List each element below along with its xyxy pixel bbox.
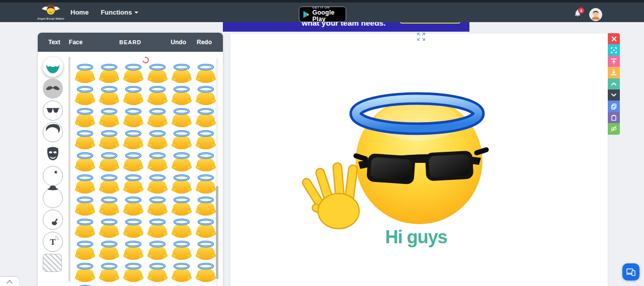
angel-emoji-sticker[interactable] [97, 261, 121, 283]
angel-emoji-sticker[interactable] [97, 128, 121, 150]
angel-emoji-thumbnail-icon [73, 240, 97, 261]
angel-emoji-sticker[interactable] [170, 195, 194, 217]
ad-banner[interactable]: what your team needs. [223, 22, 469, 32]
angel-emoji-sticker[interactable] [170, 84, 194, 106]
center-element-button[interactable] [608, 44, 620, 55]
angel-emoji-sticker[interactable] [145, 62, 170, 84]
angel-emoji-sticker[interactable] [73, 150, 97, 172]
angel-emoji-sticker[interactable] [194, 128, 218, 150]
angel-emoji-sticker[interactable] [121, 84, 145, 106]
angel-emoji-sticker[interactable] [73, 172, 97, 195]
angel-emoji-sticker[interactable] [170, 261, 194, 283]
angel-emoji-sticker[interactable] [121, 239, 145, 261]
category-mask[interactable] [43, 144, 63, 164]
angel-emoji-sticker[interactable] [97, 106, 121, 128]
angel-emoji-sticker[interactable] [145, 172, 170, 195]
angel-emoji-sticker[interactable] [194, 217, 218, 239]
angel-emoji-sticker[interactable] [194, 106, 218, 128]
angel-emoji-sticker[interactable] [73, 128, 97, 150]
angel-emoji-sticker[interactable] [121, 150, 145, 172]
align-top-button[interactable] [608, 56, 620, 67]
google-play-badge[interactable]: GET IT ON Google Play [299, 7, 346, 22]
angel-emoji-sticker[interactable] [97, 195, 121, 217]
angel-emoji-sticker[interactable] [121, 106, 145, 128]
category-text[interactable]: T [43, 232, 63, 252]
ad-banner-button[interactable] [400, 22, 460, 24]
angel-emoji-sticker[interactable] [170, 217, 194, 239]
tab-text[interactable]: Text [48, 39, 60, 46]
angel-emoji-sticker[interactable] [194, 150, 218, 172]
grid-scrollbar-thumb[interactable] [216, 186, 218, 279]
angel-emoji-sticker[interactable] [121, 217, 145, 239]
angel-emoji-sticker[interactable] [194, 261, 218, 283]
angel-emoji-sticker[interactable] [145, 128, 170, 150]
layer-down-button[interactable] [608, 89, 620, 101]
user-avatar[interactable] [589, 8, 602, 21]
angel-emoji-sticker[interactable] [97, 150, 121, 172]
category-beard[interactable] [43, 57, 63, 77]
angel-emoji-sticker[interactable] [121, 195, 145, 217]
angel-emoji-sticker[interactable] [121, 172, 145, 195]
undo-button[interactable]: Undo [171, 39, 186, 46]
angel-emoji-sticker[interactable] [97, 217, 121, 239]
angel-emoji-sticker[interactable] [145, 261, 170, 283]
redo-button[interactable]: Redo [197, 39, 212, 46]
sidebar-scrollbar[interactable] [68, 57, 70, 282]
category-hat[interactable] [43, 188, 63, 208]
angel-emoji-sticker[interactable] [73, 106, 97, 128]
angel-emoji-sticker[interactable] [145, 195, 170, 217]
layer-up-button[interactable] [608, 78, 620, 89]
angel-emoji-sticker[interactable] [73, 62, 97, 84]
angel-emoji-sticker[interactable] [194, 62, 218, 84]
angel-emoji-sticker[interactable] [97, 84, 121, 106]
canvas-caption-text[interactable]: Hi guys [385, 227, 447, 247]
device-preview-button[interactable] [622, 263, 639, 280]
angel-emoji-sticker[interactable] [145, 84, 170, 106]
angel-emoji-sticker[interactable] [194, 84, 218, 106]
tab-face[interactable]: Face [69, 39, 83, 46]
angel-emoji-sticker[interactable] [121, 128, 145, 150]
angel-emoji-sticker[interactable] [194, 172, 218, 195]
angel-emoji-sticker[interactable] [73, 84, 97, 106]
angel-emoji-sticker[interactable] [194, 239, 218, 261]
angel-emoji-sticker[interactable] [73, 239, 97, 261]
category-hand[interactable] [43, 210, 63, 230]
paste-element-button[interactable] [608, 112, 620, 123]
angel-emoji-sticker[interactable] [121, 62, 145, 84]
angel-emoji-sticker[interactable] [194, 195, 218, 217]
hide-element-button[interactable] [608, 123, 620, 134]
category-hair[interactable] [43, 122, 63, 142]
nav-home-link[interactable]: Home [70, 9, 89, 16]
angel-emoji-sticker[interactable] [170, 150, 194, 172]
category-mustache[interactable] [43, 78, 63, 99]
notifications-button[interactable]: 3 [574, 9, 585, 20]
angel-emoji-sticker[interactable] [73, 283, 97, 286]
align-bottom-button[interactable] [608, 67, 620, 78]
delete-element-button[interactable] [608, 33, 620, 44]
angel-emoji-sticker[interactable] [170, 172, 194, 195]
angel-emoji-sticker[interactable] [73, 217, 97, 239]
angel-emoji-sticker[interactable] [97, 239, 121, 261]
fullscreen-expand-icon[interactable] [417, 32, 426, 41]
angel-emoji-sticker[interactable] [170, 106, 194, 128]
copy-element-button[interactable] [608, 101, 620, 112]
angel-emoji-sticker[interactable] [97, 62, 121, 84]
nav-functions-link[interactable]: Functions [101, 9, 138, 16]
angel-emoji-sticker[interactable] [145, 217, 170, 239]
angel-emoji-sticker[interactable] [170, 62, 194, 84]
angel-emoji-sticker[interactable] [121, 261, 145, 283]
angel-emoji-sticker[interactable] [145, 150, 170, 172]
category-sticker[interactable] [43, 166, 63, 186]
brand-logo[interactable]: Angel Emoji Maker [34, 4, 67, 24]
angel-emoji-sticker[interactable] [170, 128, 194, 150]
category-sunglasses[interactable] [43, 101, 63, 121]
ad-expand-tab[interactable] [0, 277, 19, 286]
angel-emoji-sticker[interactable] [73, 261, 97, 283]
angel-emoji-sticker[interactable] [73, 195, 97, 217]
angel-emoji-sticker[interactable] [170, 239, 194, 261]
vulcan-salute-hand-element[interactable] [301, 162, 359, 229]
category-background[interactable] [43, 254, 62, 272]
angel-emoji-sticker[interactable] [145, 106, 170, 128]
angel-emoji-sticker[interactable] [97, 172, 121, 195]
angel-emoji-sticker[interactable] [145, 239, 170, 261]
